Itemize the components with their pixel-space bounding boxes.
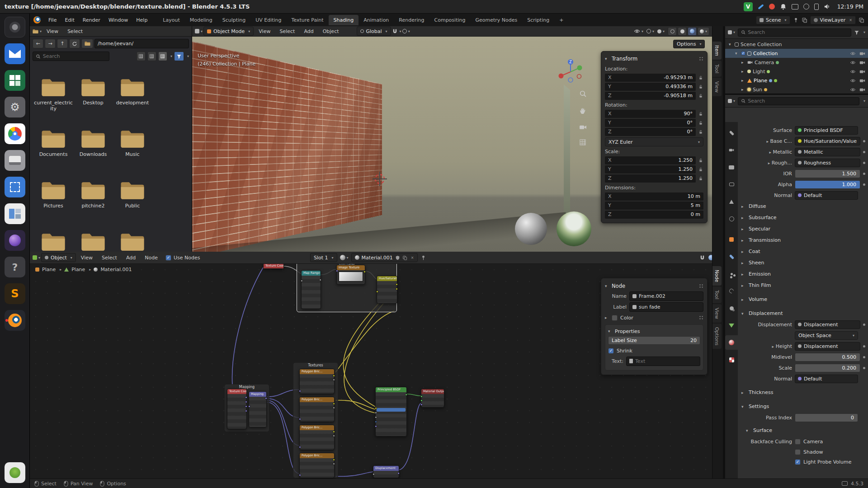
height-value-button[interactable]: Displacement (795, 342, 860, 351)
menu-edit[interactable]: Edit (61, 14, 78, 26)
render-visibility-icon[interactable] (859, 78, 865, 84)
brick-wall-plane[interactable] (192, 37, 382, 252)
bell-icon[interactable] (780, 3, 787, 10)
dimensions-z-field[interactable]: Z0 m (605, 211, 703, 219)
section-transmission[interactable]: ▸Transmission (740, 235, 865, 246)
viewport-canvas[interactable]: User Perspective (246) Collection | Plan… (192, 37, 712, 252)
roughness-value-button[interactable]: Roughness (795, 159, 860, 167)
dock-icon-sphere[interactable] (5, 230, 25, 251)
section-sheen[interactable]: ▸Sheen (740, 257, 865, 268)
section-emission[interactable]: ▸Emission (740, 268, 865, 280)
text-field[interactable] (626, 357, 700, 366)
scene-selector[interactable]: Scene▾ (756, 16, 790, 24)
display-vertical-list-button[interactable] (137, 52, 146, 61)
menu-window[interactable]: Window (104, 14, 132, 26)
shader-menu-node[interactable]: Node (141, 252, 162, 263)
scale-z-field[interactable]: Z1.250 (605, 174, 696, 183)
workspace-tab-uv-editing[interactable]: UV Editing (250, 15, 286, 25)
node-texture-coordinate-collapsed[interactable]: Texture Coordinate (263, 264, 284, 269)
outliner-row-light[interactable]: ▸ Light (725, 67, 868, 76)
section-thickness[interactable]: ▸Thickness (740, 387, 865, 398)
tab-view[interactable]: View (712, 304, 722, 323)
filter-dropdown[interactable]: ▾ (187, 54, 189, 58)
node-principled-bsdf[interactable]: Principled BSDF (375, 387, 407, 436)
menu-help[interactable]: Help (132, 14, 151, 26)
v-badge-icon[interactable]: V (744, 2, 753, 11)
shading-solid-button[interactable] (678, 27, 687, 36)
folder-item[interactable]: Desktop (73, 78, 113, 106)
snap-icon[interactable] (699, 255, 705, 261)
decorator[interactable] (863, 367, 865, 369)
node-material-output[interactable]: Material Output (421, 389, 444, 408)
gray-sphere-object[interactable] (515, 213, 547, 245)
decorator[interactable] (863, 324, 865, 326)
visibility-dropdown[interactable]: ▾ (634, 28, 643, 34)
display-size-dropdown[interactable]: ▾ (170, 54, 172, 58)
scale-y-field[interactable]: Y1.250 (605, 165, 696, 174)
rotation-mode-dropdown[interactable]: XYZ Euler▾ (605, 137, 703, 146)
section-displacement[interactable]: ▾Displacement (740, 308, 865, 319)
shader-menu-view[interactable]: View (77, 252, 97, 263)
viewport-menu-view[interactable]: View (255, 26, 274, 36)
tab-tool[interactable] (725, 126, 738, 140)
tab-constraints[interactable] (725, 301, 738, 315)
gizmo-dropdown[interactable]: ▾ (646, 29, 654, 33)
shader-menu-add[interactable]: Add (122, 252, 140, 263)
filter-toggle-button[interactable] (174, 52, 184, 61)
displacement-space-dropdown[interactable]: Object Space▾ (795, 331, 858, 340)
collection-checkbox[interactable]: ✓ (741, 51, 745, 56)
filter-icon[interactable] (854, 30, 859, 35)
dock-icon-files[interactable] (5, 150, 25, 171)
material-name-field[interactable]: Material.001 × (351, 253, 418, 262)
proportional-editing-button[interactable]: ▾ (402, 29, 410, 33)
light-probe-volume-checkbox[interactable]: ✓ (795, 459, 801, 465)
node-label-field[interactable]: sun fade (629, 302, 703, 312)
editor-type-button[interactable]: ▾ (195, 29, 203, 33)
use-nodes-checkbox[interactable]: ✓ (165, 255, 171, 261)
workspace-tab-texture-paint[interactable]: Texture Paint (287, 15, 329, 25)
lock-icon[interactable] (698, 129, 703, 135)
folder-item[interactable]: Documents (33, 129, 73, 157)
phone-icon[interactable] (814, 4, 819, 10)
decorator[interactable] (863, 151, 865, 153)
up-button[interactable]: ↑ (57, 39, 68, 48)
label-size-slider[interactable]: Label Size 20 (608, 336, 700, 345)
overlays-dropdown[interactable]: ▾ (657, 29, 665, 33)
surface-value-button[interactable]: Principled BSDF (795, 126, 858, 135)
browse-material-button[interactable]: ▾ (340, 255, 349, 260)
record-icon[interactable] (769, 4, 775, 9)
tab-texture[interactable] (725, 352, 738, 367)
editor-type-button[interactable]: ▾ (33, 28, 42, 34)
workspace-tab-sculpting[interactable]: Sculpting (217, 15, 250, 25)
pin-icon[interactable] (420, 255, 426, 261)
menu-render[interactable]: Render (79, 14, 104, 26)
shader-type-dropdown[interactable]: Object▾ (41, 253, 76, 262)
folder-item[interactable] (113, 232, 152, 252)
transform-orientation-dropdown[interactable]: Global▾ (357, 27, 391, 36)
disp-normal-button[interactable]: Default (795, 375, 858, 383)
section-specular[interactable]: ▸Specular (740, 223, 865, 235)
hdri-preview-sphere[interactable] (557, 211, 591, 246)
dock-icon-blender[interactable] (5, 310, 25, 331)
display-horizontal-list-button[interactable] (147, 52, 156, 61)
folder-item[interactable]: current_electricity (33, 78, 73, 112)
view-layer-selector[interactable]: ViewLayer× (810, 16, 856, 24)
node-mapping[interactable]: Mapping (249, 391, 267, 427)
color-extra-buttons[interactable] (699, 315, 703, 320)
workspace-tab-rendering[interactable]: Rendering (394, 15, 429, 25)
hide-eye-icon[interactable] (850, 69, 856, 75)
editor-type-button[interactable]: ▾ (728, 30, 735, 34)
dimensions-x-field[interactable]: X10 m (605, 192, 703, 201)
hide-eye-icon[interactable] (850, 78, 856, 84)
rotation-z-field[interactable]: Z0° (605, 128, 696, 136)
outliner-row-scene-collection[interactable]: ▾ Scene Collection (725, 40, 868, 49)
path-input[interactable] (98, 41, 186, 47)
section-settings[interactable]: ▾Settings (740, 401, 865, 412)
dock-icon-spreadsheet[interactable] (5, 70, 25, 91)
folder-item[interactable]: development (113, 78, 152, 106)
alpha-slider[interactable]: 1.000 (795, 180, 860, 189)
tab-view-layer[interactable] (725, 177, 738, 192)
workspace-tab-shading[interactable]: Shading (329, 15, 359, 25)
new-folder-button[interactable] (81, 39, 93, 48)
tab-physics[interactable] (725, 284, 738, 298)
